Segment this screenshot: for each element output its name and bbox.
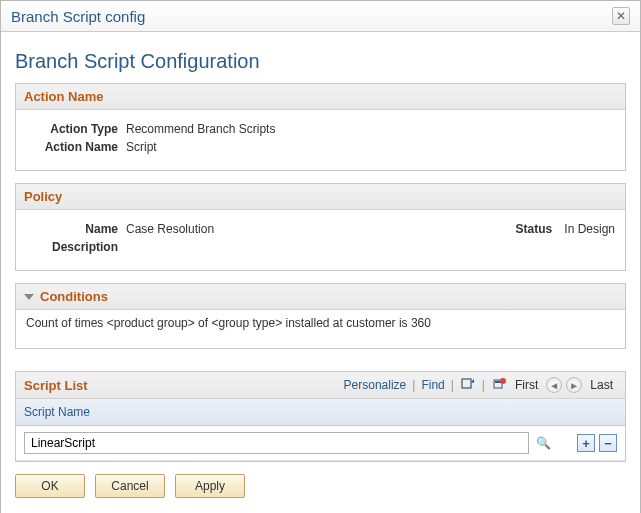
- prev-button[interactable]: ◄: [546, 377, 562, 393]
- dialog-title: Branch Script config: [11, 8, 145, 25]
- svg-point-3: [500, 378, 506, 384]
- action-name-value: Script: [126, 140, 615, 154]
- script-list-section: Script List Personalize | Find | | First…: [15, 371, 626, 462]
- policy-status-label: Status: [516, 222, 561, 236]
- dialog: Branch Script config ✕ Branch Script Con…: [0, 0, 641, 513]
- script-name-input[interactable]: [24, 432, 529, 454]
- page-title: Branch Script Configuration: [15, 50, 626, 73]
- policy-name-value: Case Resolution: [126, 222, 301, 236]
- table-row: 🔍 + −: [16, 426, 625, 461]
- apply-button[interactable]: Apply: [175, 474, 245, 498]
- conditions-header-label: Conditions: [40, 289, 108, 304]
- close-button[interactable]: ✕: [612, 7, 630, 25]
- policy-description-label: Description: [26, 240, 126, 254]
- ok-button[interactable]: OK: [15, 474, 85, 498]
- action-type-label: Action Type: [26, 122, 126, 136]
- title-bar: Branch Script config ✕: [1, 1, 640, 32]
- separator: |: [410, 378, 417, 392]
- action-name-section: Action Name Action Type Recommend Branch…: [15, 83, 626, 171]
- chevron-down-icon: [24, 294, 34, 300]
- action-name-label: Action Name: [26, 140, 126, 154]
- script-list-column-header: Script Name: [16, 399, 625, 426]
- script-name-column-header[interactable]: Script Name: [24, 405, 561, 419]
- policy-name-label: Name: [26, 222, 126, 236]
- policy-status-value: In Design: [560, 222, 615, 236]
- add-row-button[interactable]: +: [577, 434, 595, 452]
- last-label: Last: [586, 378, 617, 392]
- conditions-section: Conditions Count of times <product group…: [15, 283, 626, 349]
- action-name-header: Action Name: [16, 84, 625, 110]
- zoom-icon[interactable]: [460, 377, 476, 393]
- download-icon[interactable]: [491, 377, 507, 393]
- find-link[interactable]: Find: [421, 378, 444, 392]
- button-row: OK Cancel Apply: [15, 474, 626, 498]
- policy-header: Policy: [16, 184, 625, 210]
- separator: |: [449, 378, 456, 392]
- script-list-title: Script List: [24, 378, 88, 393]
- script-list-header: Script List Personalize | Find | | First…: [16, 372, 625, 399]
- close-icon: ✕: [616, 9, 626, 23]
- content: Branch Script Configuration Action Name …: [1, 32, 640, 513]
- lookup-button[interactable]: 🔍: [533, 433, 553, 453]
- next-button[interactable]: ►: [566, 377, 582, 393]
- first-label: First: [511, 378, 542, 392]
- conditions-header[interactable]: Conditions: [16, 284, 625, 310]
- script-list-tools: Personalize | Find | | First ◄ ► Last: [344, 377, 617, 393]
- personalize-link[interactable]: Personalize: [344, 378, 407, 392]
- cancel-button[interactable]: Cancel: [95, 474, 165, 498]
- remove-row-button[interactable]: −: [599, 434, 617, 452]
- svg-rect-0: [462, 379, 471, 388]
- separator: |: [480, 378, 487, 392]
- policy-section: Policy Name Case Resolution Description: [15, 183, 626, 271]
- conditions-text: Count of times <product group> of <group…: [16, 310, 625, 348]
- action-type-value: Recommend Branch Scripts: [126, 122, 615, 136]
- search-icon: 🔍: [536, 436, 551, 450]
